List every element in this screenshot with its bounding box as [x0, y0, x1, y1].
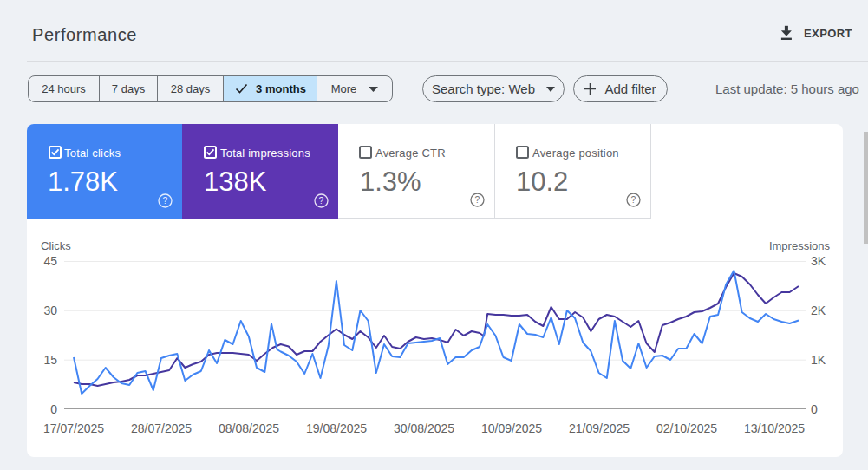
svg-text:?: ?	[475, 194, 480, 205]
svg-text:?: ?	[319, 195, 324, 206]
svg-text:?: ?	[631, 194, 636, 205]
svg-text:?: ?	[163, 195, 168, 206]
